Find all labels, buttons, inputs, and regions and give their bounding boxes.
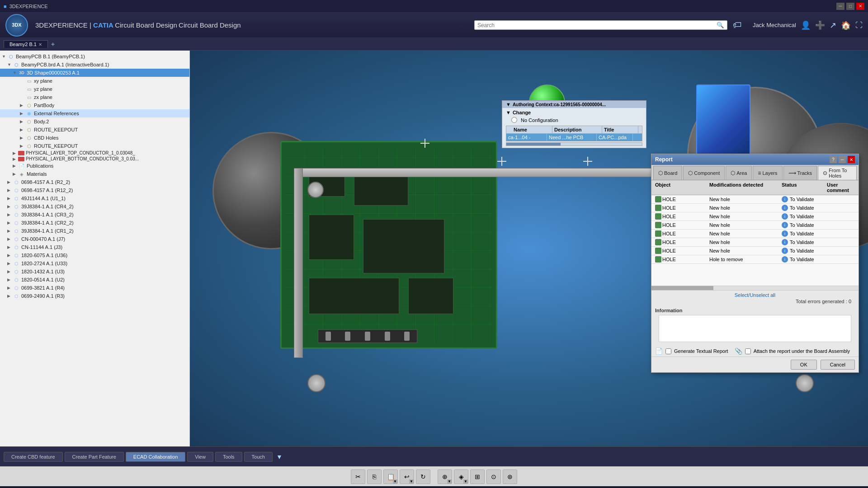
tree-item-yzplane[interactable]: ▭ yz plane <box>0 85 189 93</box>
tree-item-partbody[interactable]: ▶ ⬡ PartBody <box>0 101 189 109</box>
generate-textual-checkbox[interactable] <box>665 348 671 354</box>
tree-item-j3[interactable]: ▶ ⬡ CN-11144 A.1 (J3) <box>0 243 189 251</box>
cut-button[interactable]: ✂ <box>351 469 365 484</box>
snap-dropdown-icon[interactable]: ▼ <box>447 479 452 483</box>
capture-button[interactable]: ⊛ <box>503 469 517 484</box>
tools-tab[interactable]: Tools <box>215 452 242 462</box>
view-tab[interactable]: View <box>187 452 213 462</box>
cancel-button[interactable]: Cancel <box>821 360 855 370</box>
collapse-icon[interactable]: ▼ <box>506 102 511 107</box>
no-config-radio[interactable] <box>511 117 517 123</box>
copy-button[interactable]: ⎘ <box>367 469 382 484</box>
action-toolbar: ✂ ⎘ 📋 ▼ ↩ ▼ ↻ ⊕ ▼ ◈ ▼ ⊞ ⊙ ⊛ <box>0 466 868 486</box>
tree-item-r4[interactable]: ▶ ⬡ 0699-3821 A.1 (R4) <box>0 284 189 292</box>
report-row-4[interactable]: HOLE New hole iTo Validate <box>651 221 859 230</box>
share-icon[interactable]: ↗ <box>830 20 836 30</box>
close-button[interactable]: ✕ <box>856 3 864 10</box>
tree-item-xyplane[interactable]: ▭ xy plane <box>0 77 189 85</box>
tree-item-u3[interactable]: ▶ ⬡ 1820-1432 A.1 (U3) <box>0 267 189 276</box>
row7-comment <box>825 250 857 251</box>
tree-item-zxplane[interactable]: ▭ zx plane <box>0 93 189 101</box>
report-help-button[interactable]: ? <box>830 156 837 163</box>
touch-label: Touch <box>252 454 265 460</box>
report-row-2[interactable]: HOLE New hole iTo Validate <box>651 204 859 212</box>
tree-item-route-keepout2[interactable]: ▶ ⬡ ROUTE_KEEPOUT <box>0 142 189 150</box>
measure-icon: ⊞ <box>475 473 480 480</box>
maximize-button[interactable]: □ <box>846 3 854 10</box>
snap-button[interactable]: ⊕ ▼ <box>438 469 452 484</box>
search-button[interactable]: 🔍 <box>717 22 724 28</box>
report-row-3[interactable]: HOLE New hole iTo Validate <box>651 212 859 221</box>
view-button[interactable]: ◈ ▼ <box>454 469 468 484</box>
minimize-button[interactable]: ─ <box>836 3 844 10</box>
tree-item-u1-1[interactable]: ▶ ⬡ 49J1144 A.1 (U1_1) <box>0 194 189 202</box>
tree-item-physical-bottom[interactable]: ▶ PHYSICAL_LAYER_BOTTOM_CONDUCTOR_3_0.03… <box>0 156 189 162</box>
user-avatar-icon[interactable]: 👤 <box>801 20 811 30</box>
tree-item-cr1-2[interactable]: ▶ ⬡ 39J8384-1 A.1 (CR1_2) <box>0 227 189 235</box>
select-all-label[interactable]: Select/Unselect all <box>735 292 776 298</box>
tree-item-cr3-2[interactable]: ▶ ⬡ 39J8384-1 A.1 (CR3_2) <box>0 211 189 219</box>
report-tab-layers[interactable]: ≡ Layers <box>753 166 782 180</box>
paste-dropdown-icon[interactable]: ▼ <box>393 479 397 483</box>
undo-dropdown-icon[interactable]: ▼ <box>409 479 414 483</box>
tree-item-r3[interactable]: ▶ ⬡ 0699-2490 A.1 (R3) <box>0 292 189 300</box>
tree-item-external-refs[interactable]: ▶ ⊕ External References <box>0 109 189 117</box>
tab-close-icon[interactable]: ✕ <box>38 42 42 47</box>
config-desc: Need ...he PCB <box>547 134 597 141</box>
bookmark-icon[interactable]: 🏷 <box>733 20 742 30</box>
add-icon[interactable]: ➕ <box>815 20 825 30</box>
tree-item-u33[interactable]: ▶ ⬡ 1820-2724 A.1 (U33) <box>0 259 189 267</box>
report-row-7[interactable]: HOLE New hole iTo Validate <box>651 247 859 255</box>
report-row-6[interactable]: HOLE New hole iTo Validate <box>651 238 859 247</box>
home-icon[interactable]: 🏠 <box>841 20 851 30</box>
tree-item-cbd-holes[interactable]: ▶ ⬡ CBD Holes <box>0 134 189 142</box>
tree-item-physical-top[interactable]: ▶ PHYSICAL_LAYER_TOP_CONDUCTOR_1_0.03048… <box>0 150 189 156</box>
tree-item-r12-2[interactable]: ▶ ⬡ 0698-4157 A.1 (R12_2) <box>0 186 189 194</box>
expand-icon[interactable]: ⛶ <box>855 21 863 29</box>
tree-item-cr2-2[interactable]: ▶ ⬡ 39J8384-1 A.1 (CR2_2) <box>0 219 189 227</box>
paste-button[interactable]: 📋 ▼ <box>383 469 398 484</box>
report-tab-from-to-holes[interactable]: ⊙ From To Holes <box>818 166 857 180</box>
ok-button[interactable]: OK <box>791 360 817 370</box>
view-dropdown-icon[interactable]: ▼ <box>463 479 468 483</box>
tree-item-u36[interactable]: ▶ ⬡ 1820-6075 A.1 (U36) <box>0 251 189 259</box>
tree-item-body2[interactable]: ▶ ⬡ Body.2 <box>0 117 189 126</box>
search-input[interactable] <box>477 22 717 28</box>
change-collapse-icon[interactable]: ▼ <box>506 110 511 115</box>
report-tab-board[interactable]: ⬡ Board <box>653 166 682 180</box>
report-close-button[interactable]: ✕ <box>848 156 855 163</box>
tree-item-publications[interactable]: ▶ 📄 Publications <box>0 162 189 170</box>
report-tab-area[interactable]: ⬡ Area <box>726 166 752 180</box>
ecad-collaboration-tab[interactable]: ECAD Collaboration <box>126 452 185 462</box>
report-minimize-button[interactable]: ─ <box>839 156 846 163</box>
tab-beamy2[interactable]: Beamy2 B.1 ✕ <box>4 40 48 48</box>
report-row-5[interactable]: HOLE New hole iTo Validate <box>651 230 859 238</box>
generate-report-row: 📄 Generate Textual Report 📎 Attach the r… <box>651 346 859 357</box>
report-tab-tracks[interactable]: ⟿ Tracks <box>783 166 817 180</box>
report-tab-component[interactable]: ⬡ Component <box>683 166 725 180</box>
expander-icon: ▶ <box>20 127 25 132</box>
attach-report-checkbox[interactable] <box>745 348 751 354</box>
tree-item-materials[interactable]: ▶ ◈ Materials <box>0 170 189 178</box>
tree-item-route-keepout1[interactable]: ▶ ⬡ ROUTE_KEEPOUT <box>0 126 189 134</box>
report-row-8[interactable]: HOLE Hole to remove iTo Validate <box>651 255 859 264</box>
tree-item-u2[interactable]: ▶ ⬡ 1820-0514 A.1 (U2) <box>0 276 189 284</box>
tree-item-j7[interactable]: ▶ ⬡ CN-000470 A.1 (J7) <box>0 235 189 243</box>
display-button[interactable]: ⊙ <box>486 469 501 484</box>
add-tab-button[interactable]: ＋ <box>50 40 56 48</box>
body-icon: ⬡ <box>25 102 33 109</box>
tree-item-beamypcb-b1[interactable]: ▼ ⬡ BeamyPCB B.1 (BeamyPCB.1) <box>0 52 189 61</box>
report-row-1[interactable]: HOLE New hole iTo Validate <box>651 195 859 204</box>
redo-button[interactable]: ↻ <box>416 469 430 484</box>
undo-button[interactable]: ↩ ▼ <box>400 469 414 484</box>
tree-item-3dshape[interactable]: ▼ 3D 3D Shape00000253 A.1 <box>0 69 189 77</box>
config-row-1[interactable]: ca-1...04 - Need ...he PCB CA-PC...pda <box>506 134 642 141</box>
create-cbd-feature-tab[interactable]: Create CBD feature <box>4 452 63 462</box>
more-tabs-icon[interactable]: ▼ <box>276 453 283 460</box>
tree-item-cr4-2[interactable]: ▶ ⬡ 39J8384-1 A.1 (CR4_2) <box>0 202 189 211</box>
tree-item-r2-2[interactable]: ▶ ⬡ 0698-4157 A.1 (R2_2) <box>0 178 189 186</box>
create-part-feature-tab[interactable]: Create Part Feature <box>65 452 124 462</box>
touch-tab[interactable]: Touch <box>244 452 273 462</box>
measure-button[interactable]: ⊞ <box>470 469 485 484</box>
tree-item-beamypcb-brd[interactable]: ▼ ⬡ BeamyPCB.brd A.1 (InteractiveBoard.1… <box>0 61 189 69</box>
